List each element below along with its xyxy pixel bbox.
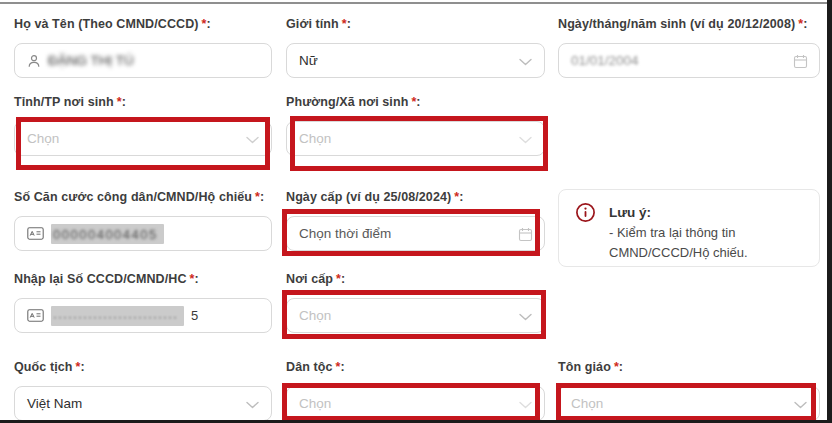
reenter-id-label: Nhập lại Số CCCD/CMND/HC*: <box>14 272 272 286</box>
chevron-down-icon <box>246 401 259 409</box>
field-id-number: Số Căn cước công dân/CMND/Hộ chiếu*: 000… <box>14 190 272 204</box>
ethnicity-label: Dân tộc*: <box>286 360 545 374</box>
reenter-id-value: ························· <box>51 306 184 326</box>
issue-place-label-text: Nơi cấp <box>286 272 333 286</box>
id-number-digits: 000004004405 <box>53 227 158 242</box>
note-line: CMND/CCCD/Hộ chiếu. <box>609 243 805 263</box>
issue-date-label: Ngày cấp (ví dụ 25/08/2024)*: <box>286 190 545 204</box>
note-title: Lưu ý: <box>609 205 651 220</box>
birth-ward-placeholder: Chọn <box>299 131 331 146</box>
chevron-down-icon <box>519 313 532 321</box>
nationality-select[interactable]: Việt Nam <box>14 386 272 421</box>
label-colon: : <box>207 17 211 31</box>
nationality-label: Quốc tịch*: <box>14 360 272 374</box>
label-colon: : <box>459 190 463 204</box>
birth-province-label: Tỉnh/TP nơi sinh*: <box>14 95 272 109</box>
field-religion: Tôn giáo*: Chọn <box>558 360 820 374</box>
field-gender: Giới tính*: Nữ <box>286 17 545 31</box>
reenter-id-visible-digit: 5 <box>191 308 198 323</box>
label-colon: : <box>341 360 345 374</box>
full-name-label-text: Họ và Tên (Theo CMND/CCCD) <box>14 17 199 31</box>
gender-select[interactable]: Nữ <box>286 43 545 78</box>
field-dob: Ngày/tháng/năm sinh (ví dụ 20/12/2008)*:… <box>558 17 820 31</box>
birth-ward-select[interactable]: Chọn <box>286 121 545 156</box>
issue-date-placeholder: Chọn thời điểm <box>299 226 391 241</box>
field-issue-date: Ngày cấp (ví dụ 25/08/2024)*: Chọn thời … <box>286 190 545 204</box>
field-birth-ward: Phường/Xã nơi sinh*: Chọn <box>286 95 545 109</box>
religion-label-text: Tôn giáo <box>558 360 611 374</box>
note-header: Lưu ý: <box>575 202 805 223</box>
chevron-down-icon <box>794 401 807 409</box>
chevron-down-icon <box>519 58 532 66</box>
id-number-label: Số Căn cước công dân/CMND/Hộ chiếu*: <box>14 190 272 204</box>
ethnicity-placeholder: Chọn <box>299 396 331 411</box>
reenter-id-input[interactable]: ························· 5 <box>14 298 272 333</box>
nationality-label-text: Quốc tịch <box>14 360 73 374</box>
gender-label-text: Giới tính <box>286 17 339 31</box>
field-ethnicity: Dân tộc*: Chọn <box>286 360 545 374</box>
label-colon: : <box>260 190 264 204</box>
religion-placeholder: Chọn <box>571 396 603 411</box>
reenter-id-label-text: Nhập lại Số CCCD/CMND/HC <box>14 272 187 286</box>
registration-form-page: Họ và Tên (Theo CMND/CCCD)*: ĐẶNG THỊ TÚ… <box>0 0 832 423</box>
label-colon: : <box>122 95 126 109</box>
calendar-icon <box>793 54 808 69</box>
id-card-icon <box>27 309 44 322</box>
info-icon <box>575 202 596 223</box>
nationality-value: Việt Nam <box>27 396 82 411</box>
field-birth-province: Tỉnh/TP nơi sinh*: Chọn <box>14 95 272 109</box>
screenshot-top-border <box>0 2 832 4</box>
birth-province-label-text: Tỉnh/TP nơi sinh <box>14 95 114 109</box>
id-number-label-text: Số Căn cước công dân/CMND/Hộ chiếu <box>14 190 252 204</box>
issue-date-label-text: Ngày cấp (ví dụ 25/08/2024) <box>286 190 451 204</box>
gender-value: Nữ <box>299 53 318 68</box>
person-icon <box>27 54 41 68</box>
screenshot-right-border <box>827 0 832 423</box>
issue-date-picker[interactable]: Chọn thời điểm <box>286 216 545 251</box>
birth-province-placeholder: Chọn <box>27 131 59 146</box>
ethnicity-select[interactable]: Chọn <box>286 386 545 421</box>
field-reenter-id: Nhập lại Số CCCD/CMND/HC*: ·············… <box>14 272 272 286</box>
label-colon: : <box>803 17 807 31</box>
field-full-name: Họ và Tên (Theo CMND/CCCD)*: ĐẶNG THỊ TÚ <box>14 17 272 31</box>
birth-ward-label-text: Phường/Xã nơi sinh <box>286 95 408 109</box>
label-colon: : <box>81 360 85 374</box>
birth-ward-label: Phường/Xã nơi sinh*: <box>286 95 545 109</box>
birth-province-select[interactable]: Chọn <box>14 121 272 156</box>
label-colon: : <box>347 17 351 31</box>
issue-place-label: Nơi cấp*: <box>286 272 545 286</box>
religion-label: Tôn giáo*: <box>558 360 820 374</box>
field-issue-place: Nơi cấp*: Chọn <box>286 272 545 286</box>
label-colon: : <box>619 360 623 374</box>
full-name-value: ĐẶNG THỊ TÚ <box>48 53 134 68</box>
dob-label-text: Ngày/tháng/năm sinh (ví dụ 20/12/2008) <box>558 17 795 31</box>
ethnicity-label-text: Dân tộc <box>286 360 333 374</box>
chevron-down-icon <box>519 136 532 144</box>
dob-label: Ngày/tháng/năm sinh (ví dụ 20/12/2008)*: <box>558 17 820 31</box>
issue-place-select[interactable]: Chọn <box>286 298 545 333</box>
dob-date-input[interactable]: 01/01/2004 <box>558 43 820 78</box>
label-colon: : <box>195 272 199 286</box>
note-card: Lưu ý: - Kiểm tra lại thông tin CMND/CCC… <box>558 189 820 267</box>
calendar-icon <box>518 227 533 242</box>
gender-label: Giới tính*: <box>286 17 545 31</box>
full-name-label: Họ và Tên (Theo CMND/CCCD)*: <box>14 17 272 31</box>
issue-place-placeholder: Chọn <box>299 308 331 323</box>
label-colon: : <box>341 272 345 286</box>
full-name-input[interactable]: ĐẶNG THỊ TÚ <box>14 43 272 78</box>
id-number-value: 000004004405 <box>51 224 164 244</box>
chevron-down-icon <box>246 136 259 144</box>
religion-select[interactable]: Chọn <box>558 386 820 421</box>
label-colon: : <box>416 95 420 109</box>
chevron-down-icon <box>519 401 532 409</box>
id-number-input[interactable]: 000004004405 <box>14 216 272 251</box>
note-line: - Kiểm tra lại thông tin <box>609 223 805 243</box>
dob-value: 01/01/2004 <box>571 53 639 68</box>
field-nationality: Quốc tịch*: Việt Nam <box>14 360 272 374</box>
reenter-id-mask-dots: ························· <box>53 310 178 324</box>
id-card-icon <box>27 227 44 240</box>
